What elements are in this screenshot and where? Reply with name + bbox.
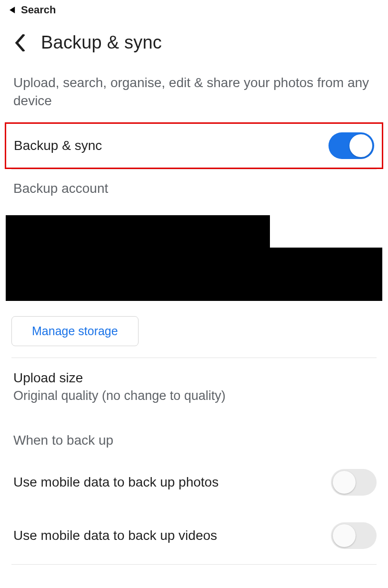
backup-sync-label: Backup & sync (14, 138, 102, 153)
status-bar-back[interactable]: Search (0, 0, 388, 18)
when-to-backup-heading: When to back up (0, 408, 388, 457)
redacted-block (6, 215, 270, 248)
mobile-data-videos-toggle[interactable] (331, 522, 377, 549)
redacted-block (6, 248, 382, 301)
back-triangle-icon (10, 4, 17, 16)
backup-sync-toggle[interactable] (328, 132, 374, 159)
mobile-data-photos-row[interactable]: Use mobile data to back up photos (0, 457, 388, 508)
mobile-data-videos-label: Use mobile data to back up videos (13, 528, 217, 543)
toggle-knob (333, 471, 356, 494)
toggle-knob (349, 134, 372, 157)
account-info-redacted (6, 215, 382, 301)
manage-storage-label: Manage storage (32, 324, 118, 338)
toggle-knob (333, 524, 356, 547)
mobile-data-photos-label: Use mobile data to back up photos (13, 475, 219, 490)
status-bar-back-label: Search (21, 4, 56, 16)
backup-sync-row[interactable]: Backup & sync (6, 124, 382, 168)
upload-size-row[interactable]: Upload size Original quality (no change … (0, 358, 388, 408)
divider (11, 564, 377, 565)
upload-size-title: Upload size (13, 370, 375, 386)
mobile-data-photos-toggle[interactable] (331, 469, 377, 496)
page-title: Backup & sync (41, 32, 162, 53)
page-description: Upload, search, organise, edit & share y… (0, 62, 388, 122)
backup-sync-highlight: Backup & sync (5, 122, 383, 169)
manage-storage-button[interactable]: Manage storage (11, 316, 139, 346)
back-button[interactable] (13, 33, 27, 52)
page-header: Backup & sync (0, 18, 388, 62)
backup-account-heading: Backup account (0, 169, 388, 202)
chevron-left-icon (15, 34, 25, 51)
upload-size-subtitle: Original quality (no change to quality) (13, 389, 375, 403)
mobile-data-videos-row[interactable]: Use mobile data to back up videos (0, 508, 388, 561)
